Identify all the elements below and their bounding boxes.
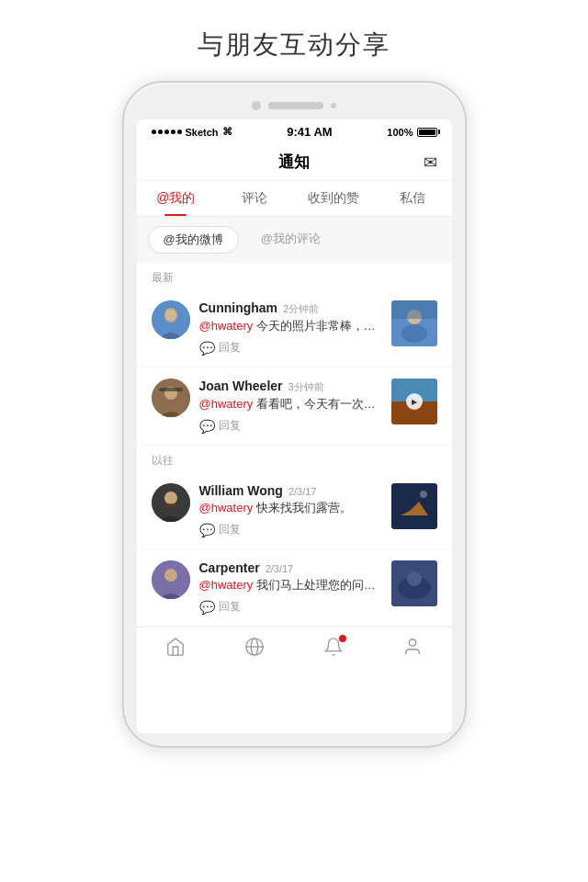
notif-content-william: William Wong 2/3/17 @hwatery 快来找我们露营。 💬 …: [199, 483, 382, 537]
avatar-william: [152, 483, 190, 522]
notif-reply-joan[interactable]: 💬 回复: [199, 418, 382, 434]
reply-icon: 💬: [199, 600, 215, 615]
notif-content-cunningham: Cunningham 2分钟前 @hwatery 今天的照片非常棒，明... 💬…: [199, 300, 382, 356]
front-camera: [252, 101, 261, 110]
app-header: 通知 ✉: [137, 144, 452, 181]
carrier-label: Sketch: [186, 127, 219, 138]
svg-rect-6: [391, 300, 437, 319]
avatar-joan: [152, 379, 190, 417]
nav-profile[interactable]: [373, 628, 452, 664]
sub-tab-my-comments[interactable]: @我的评论: [246, 226, 335, 254]
status-left: Sketch ⌘: [152, 126, 232, 138]
phone-top: [137, 96, 452, 119]
notification-item-cunningham[interactable]: Cunningham 2分钟前 @hwatery 今天的照片非常棒，明... 💬…: [137, 289, 452, 368]
svg-point-23: [407, 571, 422, 586]
notif-content-joan: Joan Wheeler 3分钟前 @hwatery 看看吧，今天有一次登...…: [199, 379, 382, 434]
notif-reply-william[interactable]: 💬 回复: [199, 522, 382, 537]
sub-tabs: @我的微博 @我的评论: [137, 217, 452, 263]
battery-label: 100%: [387, 127, 413, 138]
notif-reply-cunningham[interactable]: 💬 回复: [199, 340, 382, 356]
message-icon[interactable]: ✉: [424, 153, 437, 173]
section-label-recent: 最新: [137, 263, 452, 289]
reply-icon: 💬: [199, 341, 215, 356]
avatar-carpenter: [152, 560, 190, 599]
app-header-title: 通知: [278, 152, 310, 173]
thumb-cunningham: [391, 300, 437, 346]
svg-rect-15: [164, 503, 177, 507]
svg-point-5: [401, 324, 427, 343]
notif-time-joan: 3分钟前: [288, 380, 324, 394]
svg-point-20: [164, 569, 177, 582]
thumb-joan: ▶: [391, 379, 437, 424]
wifi-icon: ⌘: [222, 126, 232, 138]
reply-icon: 💬: [199, 523, 215, 537]
svg-point-27: [409, 639, 415, 646]
page-title: 与朋友互动分享: [198, 28, 390, 62]
notif-name-william: William Wong: [199, 483, 283, 498]
play-button: ▶: [406, 393, 423, 410]
status-time: 9:41 AM: [287, 125, 332, 139]
tab-at-me[interactable]: @我的: [137, 181, 216, 216]
nav-notifications[interactable]: [294, 628, 373, 664]
notif-text-carpenter: @hwatery 我们马上处理您的问题...: [199, 577, 382, 594]
notif-text-joan: @hwatery 看看吧，今天有一次登...: [199, 396, 382, 413]
svg-point-18: [420, 491, 427, 498]
signal-dots: [152, 130, 182, 134]
notif-time-cunningham: 2分钟前: [283, 302, 319, 316]
battery-icon: [417, 128, 437, 137]
notif-name-carpenter: Carpenter: [199, 560, 260, 575]
sensor: [331, 103, 336, 108]
tab-comments[interactable]: 评论: [215, 181, 294, 216]
nav-home[interactable]: [137, 628, 216, 664]
svg-point-14: [164, 492, 177, 504]
phone-shell: Sketch ⌘ 9:41 AM 100% 通知 ✉ @我的 评论: [122, 81, 467, 748]
sub-tab-my-weibo[interactable]: @我的微博: [148, 226, 239, 254]
notif-time-william: 2/3/17: [288, 486, 317, 497]
thumb-william: [391, 483, 437, 529]
phone-screen: Sketch ⌘ 9:41 AM 100% 通知 ✉ @我的 评论: [137, 119, 452, 733]
svg-point-2: [165, 310, 176, 321]
speaker: [268, 102, 323, 109]
notification-item-joan[interactable]: Joan Wheeler 3分钟前 @hwatery 看看吧，今天有一次登...…: [137, 368, 452, 446]
tab-likes[interactable]: 收到的赞: [294, 181, 373, 216]
notif-name-cunningham: Cunningham: [199, 300, 278, 315]
main-tabs: @我的 评论 收到的赞 私信: [137, 181, 452, 217]
notif-name-joan: Joan Wheeler: [199, 379, 283, 393]
svg-rect-9: [159, 388, 183, 391]
notif-text-william: @hwatery 快来找我们露营。: [199, 500, 382, 516]
status-right: 100%: [387, 127, 436, 138]
notif-text-cunningham: @hwatery 今天的照片非常棒，明...: [199, 318, 382, 334]
notif-time-carpenter: 2/3/17: [266, 563, 294, 574]
notification-badge: [339, 635, 346, 642]
avatar-cunningham: [152, 300, 190, 339]
section-label-past: 以往: [137, 446, 452, 472]
battery-fill: [419, 130, 435, 135]
thumb-carpenter: [391, 560, 437, 606]
tab-dm[interactable]: 私信: [373, 181, 452, 216]
notif-content-carpenter: Carpenter 2/3/17 @hwatery 我们马上处理您的问题... …: [199, 560, 382, 615]
notification-item-carpenter[interactable]: Carpenter 2/3/17 @hwatery 我们马上处理您的问题... …: [137, 549, 452, 627]
status-bar: Sketch ⌘ 9:41 AM 100%: [137, 119, 452, 144]
nav-explore[interactable]: [215, 628, 294, 664]
notification-item-william[interactable]: William Wong 2/3/17 @hwatery 快来找我们露营。 💬 …: [137, 472, 452, 549]
bottom-nav: [137, 627, 452, 664]
notif-reply-carpenter[interactable]: 💬 回复: [199, 599, 382, 615]
reply-icon: 💬: [199, 419, 215, 434]
